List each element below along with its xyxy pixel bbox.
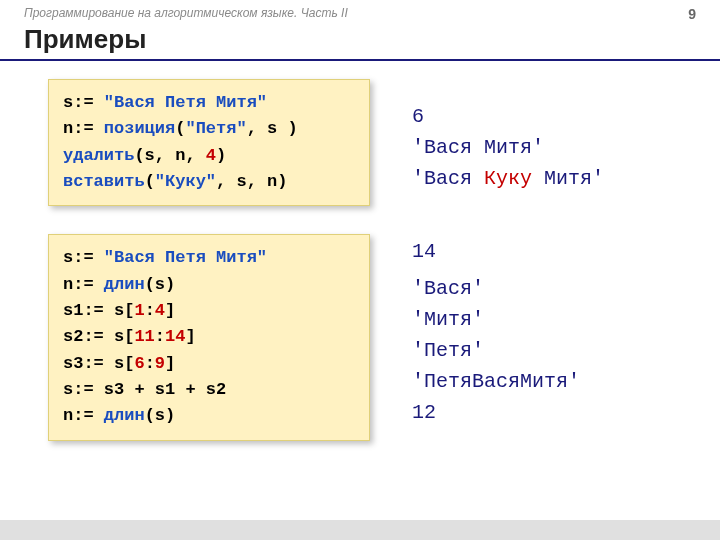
example-row-2: s:= "Вася Петя Митя" n:= длин(s) s1:= s[… (48, 234, 720, 440)
output-line: 14 (412, 236, 580, 267)
code-line: s3:= s[6:9] (63, 351, 355, 377)
example-row-1: s:= "Вася Петя Митя" n:= позиция("Петя",… (48, 79, 720, 206)
output-box-2: 14 'Вася' 'Митя' 'Петя' 'ПетяВасяМитя' 1… (412, 234, 580, 428)
code-line: n:= длин(s) (63, 403, 355, 429)
output-line: 6 (412, 101, 604, 132)
page-number: 9 (688, 6, 696, 22)
output-line: 'ПетяВасяМитя' (412, 366, 580, 397)
output-box-1: 6 'Вася Митя' 'Вася Куку Митя' (412, 79, 604, 194)
code-line: s:= s3 + s1 + s2 (63, 377, 355, 403)
code-line: n:= длин(s) (63, 272, 355, 298)
output-line: 'Вася Куку Митя' (412, 163, 604, 194)
output-line: 'Петя' (412, 335, 580, 366)
slide-title: Примеры (0, 22, 720, 59)
slide-footer (0, 520, 720, 540)
code-line: вставить("Куку", s, n) (63, 169, 355, 195)
code-line: s2:= s[11:14] (63, 324, 355, 350)
output-line: 'Митя' (412, 304, 580, 335)
code-box-1: s:= "Вася Петя Митя" n:= позиция("Петя",… (48, 79, 370, 206)
code-box-2: s:= "Вася Петя Митя" n:= длин(s) s1:= s[… (48, 234, 370, 440)
output-line: 'Вася Митя' (412, 132, 604, 163)
code-line: s:= "Вася Петя Митя" (63, 245, 355, 271)
course-subtitle: Программирование на алгоритмическом язык… (24, 6, 348, 20)
slide-header: Программирование на алгоритмическом язык… (0, 0, 720, 22)
title-divider (0, 59, 720, 61)
code-line: удалить(s, n, 4) (63, 143, 355, 169)
slide-content: s:= "Вася Петя Митя" n:= позиция("Петя",… (0, 79, 720, 441)
code-line: n:= позиция("Петя", s ) (63, 116, 355, 142)
output-line: 'Вася' (412, 273, 580, 304)
code-line: s:= "Вася Петя Митя" (63, 90, 355, 116)
output-line: 12 (412, 397, 580, 428)
code-line: s1:= s[1:4] (63, 298, 355, 324)
